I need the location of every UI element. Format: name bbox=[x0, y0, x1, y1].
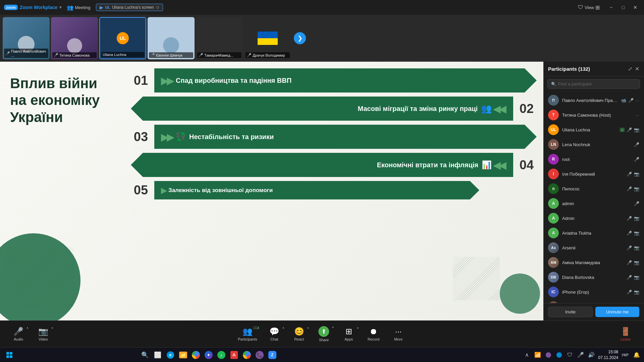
participant-tile[interactable]: 🎤 Драчук Володимир bbox=[244, 17, 291, 59]
money-icon: 💱 bbox=[176, 132, 186, 141]
sidebar-title: Participants (132) bbox=[548, 66, 590, 72]
view-button[interactable]: 🛡 View ⊞ bbox=[578, 4, 600, 11]
chrome-icon[interactable] bbox=[190, 349, 202, 361]
file-explorer-icon[interactable]: 📁 bbox=[177, 349, 189, 361]
list-item[interactable]: A Admin 🎤 📷 bbox=[543, 211, 644, 226]
list-item[interactable]: АМ Аміна Магомедова 🎤 📷 bbox=[543, 255, 644, 270]
list-item[interactable]: Т Тетяна Самонова (Host) ··· bbox=[543, 108, 644, 122]
copilot-icon[interactable]: ✦ bbox=[203, 349, 215, 361]
viber-icon[interactable]: 📞 bbox=[254, 349, 266, 361]
start-button[interactable] bbox=[3, 349, 16, 361]
apps-button[interactable]: ▲ ⊞ Apps bbox=[337, 325, 361, 343]
video-button[interactable]: ▲ 📷 Video bbox=[32, 325, 55, 343]
record-label: Record bbox=[368, 337, 379, 341]
toolbar-left: ▲ 🎤 Audio ▲ 📷 Video bbox=[7, 325, 55, 343]
next-tile-button[interactable]: ❯ bbox=[294, 32, 306, 44]
chat-button[interactable]: ▲ 💬 Chat bbox=[263, 325, 286, 343]
list-item[interactable]: UL Uliana Luchna ● 🎤 📷 bbox=[543, 122, 644, 137]
participant-tile[interactable]: 🎤 Євгенія Шевчук bbox=[148, 17, 195, 59]
popout-button[interactable]: ⤢ bbox=[628, 66, 632, 72]
list-item[interactable]: DB Diana Burtovska 🎤 📷 bbox=[543, 270, 644, 285]
participant-name: Іля Побережний bbox=[562, 172, 623, 177]
telegram-tray-icon[interactable] bbox=[554, 350, 564, 360]
active-speaker-tile[interactable]: UL Uliana Luchna bbox=[99, 17, 146, 59]
search-participant-box[interactable]: 🔍 Find a participant bbox=[547, 79, 640, 89]
invite-button[interactable]: Invite bbox=[548, 307, 593, 317]
react-button[interactable]: ▲ 😊 React bbox=[287, 325, 311, 343]
volume-icon[interactable]: 🔊 bbox=[587, 350, 596, 360]
presenter-initials: UL bbox=[105, 5, 110, 9]
maximize-button[interactable]: □ bbox=[619, 4, 628, 11]
list-item[interactable]: LN Lena Nochnuk 🎤 bbox=[543, 137, 644, 152]
list-item[interactable]: П Павло Анатолійович Прав... (Me) 📹 🎤 ··… bbox=[543, 93, 644, 108]
tray-chevron[interactable]: ∧ bbox=[522, 350, 532, 360]
mic-tray-icon[interactable]: 🎤 bbox=[576, 350, 585, 360]
task-view-icon[interactable]: ⬜ bbox=[152, 349, 164, 361]
list-item[interactable]: R root 🎤 bbox=[543, 152, 644, 167]
list-item[interactable]: п Пилосос 🎤 📷 bbox=[543, 181, 644, 196]
participant-name: 🎤 Тетяна Самонова bbox=[52, 52, 97, 58]
list-item[interactable]: IC iPhone (Erop) 🎤 📷 bbox=[543, 285, 644, 299]
chrome2-icon[interactable] bbox=[241, 349, 253, 361]
language-indicator[interactable]: УКР bbox=[620, 350, 630, 360]
share-button[interactable]: ▲ ⬆ Share bbox=[312, 324, 336, 344]
search-taskbar-icon[interactable]: 🔍 bbox=[139, 349, 151, 361]
audio-label: Audio bbox=[14, 337, 23, 341]
participant-tile[interactable]: 🎤 Тамара•Мамед... bbox=[196, 17, 243, 59]
shield-icon: 🛡 bbox=[578, 4, 583, 10]
screen-share-options[interactable]: ⊙ bbox=[156, 5, 159, 10]
participant-name: Diana Burtovska bbox=[562, 275, 623, 280]
clock[interactable]: 15:08 07.11.2024 bbox=[598, 349, 618, 361]
left-chevrons-icon: ▶▶ bbox=[495, 103, 506, 115]
slide-title: Вплив війни на економіку України bbox=[10, 75, 117, 126]
audio-caret[interactable]: ▲ bbox=[26, 326, 29, 329]
react-caret[interactable]: ▲ bbox=[307, 326, 310, 329]
audio-muted-icon: 🎤 bbox=[13, 327, 23, 336]
list-item[interactable]: A admin 🎤 bbox=[543, 196, 644, 211]
decoration-hatch-right bbox=[453, 257, 500, 300]
sidebar-actions: ⤢ ✕ bbox=[628, 66, 639, 72]
video-off-icon: 📷 bbox=[634, 216, 639, 221]
spotify-icon[interactable]: ♪ bbox=[215, 349, 227, 361]
participant-avatar: DB bbox=[548, 272, 559, 283]
list-item[interactable]: LM Larysa Malyshko 🎤 📷 bbox=[543, 299, 644, 303]
network-icon[interactable]: 📶 bbox=[533, 350, 542, 360]
edge-icon[interactable]: e bbox=[164, 349, 176, 361]
unmute-button[interactable]: Unmute me bbox=[595, 307, 639, 317]
notification-icon[interactable]: 🔔 bbox=[632, 350, 641, 360]
leave-button[interactable]: 🚪 Leave bbox=[614, 325, 637, 343]
security-tray-icon[interactable]: 🛡 bbox=[565, 350, 575, 360]
viber-tray-icon[interactable] bbox=[544, 350, 553, 360]
participant-avatar: LN bbox=[548, 139, 559, 150]
audio-button[interactable]: ▲ 🎤 Audio bbox=[7, 325, 30, 343]
share-caret[interactable]: ▲ bbox=[332, 325, 334, 328]
acrobat-icon[interactable]: A bbox=[228, 349, 240, 361]
participant-tile[interactable]: 🎤 Павло Анатолійович ... bbox=[3, 17, 50, 59]
mic-muted-icon: 🎤 bbox=[150, 53, 155, 57]
chat-caret[interactable]: ▲ bbox=[282, 326, 285, 329]
video-off-icon: 📷 bbox=[634, 186, 639, 191]
participant-tile[interactable]: 🎤 Тетяна Самонова bbox=[51, 17, 98, 59]
close-button[interactable]: ✕ bbox=[631, 4, 640, 11]
meeting-label: 👥 Meeting bbox=[67, 4, 90, 11]
list-item[interactable]: A Ariadna Tiukha 🎤 📷 bbox=[543, 226, 644, 240]
dropdown-arrow[interactable]: ▾ bbox=[59, 5, 61, 10]
zoom-taskbar-icon[interactable]: Z bbox=[266, 349, 278, 361]
participant-avatar: A bbox=[548, 198, 559, 209]
mic-muted-icon: 🎤 bbox=[627, 216, 632, 221]
more-button[interactable]: ··· More bbox=[387, 325, 410, 343]
video-caret[interactable]: ▲ bbox=[51, 326, 54, 329]
video-off-icon: 📷 bbox=[634, 290, 639, 295]
participant-avatar: A bbox=[548, 228, 559, 238]
record-button[interactable]: ⏺ Record bbox=[362, 325, 385, 343]
share-label: Share bbox=[319, 338, 329, 342]
sharing-badge: ● bbox=[620, 128, 625, 132]
apps-caret[interactable]: ▲ bbox=[357, 326, 359, 329]
minimize-button[interactable]: − bbox=[606, 4, 616, 11]
sidebar-footer: Invite Unmute me bbox=[543, 303, 644, 320]
participants-button[interactable]: ▲ 132 👥 Participants bbox=[234, 325, 261, 343]
mic-muted-icon: 🎤 bbox=[5, 51, 10, 56]
list-item[interactable]: І Іля Побережний 🎤 📷 bbox=[543, 167, 644, 181]
list-item[interactable]: As Arsenii 🎤 📷 bbox=[543, 240, 644, 255]
close-sidebar-button[interactable]: ✕ bbox=[635, 66, 639, 72]
